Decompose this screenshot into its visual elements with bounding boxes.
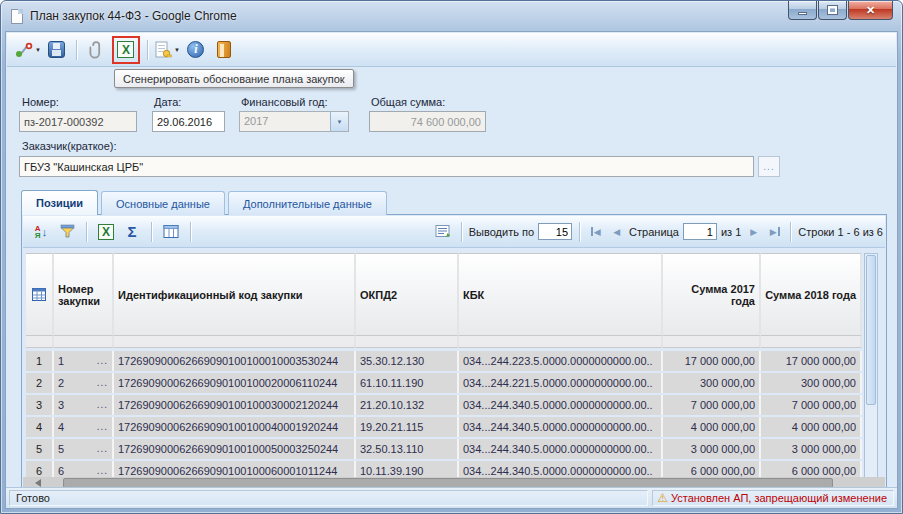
select-all-header[interactable] <box>26 253 54 336</box>
col-header-sum2018[interactable]: Сумма 2018 года <box>761 253 862 336</box>
export-excel-button[interactable]: X <box>96 221 116 243</box>
rows-info: Строки 1 - 6 из 6 <box>798 226 883 238</box>
toolbar-separator <box>151 222 152 242</box>
number-field[interactable] <box>19 111 137 132</box>
chevron-down-icon: ▼ <box>174 47 180 53</box>
workflow-button[interactable]: ▼ <box>15 37 41 63</box>
total-sum-field <box>369 111 486 132</box>
okpd2-cell: 32.50.13.110 <box>356 439 459 459</box>
paperclip-icon <box>88 41 104 59</box>
columns-settings-button[interactable] <box>161 221 181 243</box>
exit-button[interactable] <box>212 37 236 63</box>
page-input[interactable] <box>683 223 717 240</box>
document-key-icon <box>155 41 172 59</box>
close-button[interactable]: ✕ <box>848 1 893 20</box>
exit-door-icon <box>217 41 231 58</box>
customer-label: Заказчик(краткое): <box>22 140 117 152</box>
sign-document-button[interactable]: ▼ <box>155 37 180 63</box>
title-bar[interactable]: План закупок 44-ФЗ - Google Chrome ✕ <box>1 1 902 31</box>
table-row[interactable]: 2 2... 172690900062669090100100020006110… <box>26 373 862 393</box>
row-lookup-button[interactable]: ... <box>97 417 108 437</box>
scrollbar-thumb[interactable] <box>866 255 876 405</box>
customer-field[interactable] <box>19 156 754 177</box>
grid-header: Номер закупки Идентификационный код заку… <box>26 253 862 336</box>
sum2018-cell: 17 000 000,00 <box>761 351 862 371</box>
info-icon: i <box>187 41 204 58</box>
first-page-button[interactable]: ◀ <box>587 223 604 240</box>
refresh-list-button[interactable] <box>434 221 454 243</box>
col-header-okpd2[interactable]: ОКПД2 <box>356 253 459 336</box>
minimize-button[interactable] <box>788 1 817 20</box>
row-index: 5 <box>26 439 54 459</box>
kbk-cell: 034...244.340.5.0000.0000000000.00.. <box>459 417 663 437</box>
toolbar-separator <box>461 222 462 242</box>
date-label: Дата: <box>154 96 181 108</box>
prev-page-button[interactable]: ◀ <box>608 223 625 240</box>
col-header-sum2017[interactable]: Сумма 2017 года <box>663 253 761 336</box>
row-lookup-button[interactable]: ... <box>97 351 108 371</box>
okpd2-cell: 21.20.10.132 <box>356 395 459 415</box>
customer-lookup-button[interactable]: ... <box>758 156 780 177</box>
vertical-scrollbar[interactable] <box>864 253 878 481</box>
info-button[interactable]: i <box>184 37 208 63</box>
next-page-button[interactable]: ▶ <box>745 223 762 240</box>
table-row[interactable]: 4 4... 172690900062669090100100040001920… <box>26 417 862 437</box>
toolbar-separator <box>790 222 791 242</box>
row-lookup-button[interactable]: ... <box>97 439 108 459</box>
purchase-number: 5 <box>58 439 64 459</box>
sum-button[interactable]: Σ <box>122 221 142 243</box>
positions-panel: АЯ ↓ X Σ <box>21 214 887 491</box>
per-page-input[interactable] <box>538 223 572 240</box>
attach-button[interactable] <box>84 37 108 63</box>
tab-additional-data[interactable]: Дополнительные данные <box>228 191 387 215</box>
select-dropdown-button[interactable]: ▼ <box>330 112 348 131</box>
chevron-down-icon: ▼ <box>337 119 343 125</box>
table-icon <box>32 288 46 301</box>
last-page-button[interactable]: ▶ <box>766 223 783 240</box>
fiscal-year-select[interactable]: 2017 ▼ <box>239 111 349 132</box>
generate-justification-button[interactable]: X <box>116 40 136 60</box>
purchase-number: 2 <box>58 373 64 393</box>
close-icon: ✕ <box>866 4 875 17</box>
sum2017-cell: 300 000,00 <box>663 373 761 393</box>
row-lookup-button[interactable]: ... <box>97 395 108 415</box>
table-row[interactable]: 3 3... 172690900062669090100100030002120… <box>26 395 862 415</box>
purchase-number: 4 <box>58 417 64 437</box>
minimize-icon <box>798 12 807 15</box>
row-lookup-button[interactable]: ... <box>97 373 108 393</box>
nav-next-icon: ▶ <box>750 227 757 237</box>
tab-positions[interactable]: Позиции <box>21 190 98 215</box>
kbk-cell: 034...244.221.5.0000.0000000000.00.. <box>459 373 663 393</box>
sum2017-cell: 7 000 000,00 <box>663 395 761 415</box>
kbk-cell: 034...244.340.5.0000.0000000000.00.. <box>459 395 663 415</box>
sort-arrow-icon: ↓ <box>42 226 48 238</box>
workflow-icon <box>15 41 33 59</box>
sum2017-cell: 17 000 000,00 <box>663 351 761 371</box>
maximize-icon <box>828 6 837 14</box>
ikz-cell: 172690900062669090100100010003530244 <box>114 351 356 371</box>
okpd2-cell: 61.10.11.190 <box>356 373 459 393</box>
maximize-button[interactable] <box>818 1 847 20</box>
row-index: 3 <box>26 395 54 415</box>
page-of-label: из 1 <box>721 226 741 238</box>
purchase-number-cell: 1... <box>54 351 114 371</box>
sort-button[interactable]: АЯ ↓ <box>31 221 51 243</box>
scroll-left-arrow[interactable] <box>35 479 41 487</box>
date-field[interactable] <box>152 111 225 132</box>
nav-first-icon: ◀ <box>594 227 601 237</box>
filter-button[interactable] <box>57 221 77 243</box>
status-warning-text: Установлен АП, запрещающий изменение <box>671 492 887 504</box>
nav-prev-icon: ◀ <box>613 227 620 237</box>
table-row[interactable]: 1 1... 172690900062669090100100010003530… <box>26 351 862 371</box>
columns-icon <box>163 224 180 239</box>
refresh-list-icon <box>435 224 452 239</box>
col-header-ikz[interactable]: Идентификационный код закупки <box>114 253 356 336</box>
col-header-number[interactable]: Номер закупки <box>54 253 114 336</box>
table-row[interactable]: 5 5... 172690900062669090100100050003250… <box>26 439 862 459</box>
col-header-kbk[interactable]: КБК <box>459 253 663 336</box>
sum2018-cell: 4 000 000,00 <box>761 417 862 437</box>
row-index: 4 <box>26 417 54 437</box>
save-button[interactable] <box>45 37 69 63</box>
nav-last-icon: ▶ <box>770 227 777 237</box>
tab-main-data[interactable]: Основные данные <box>101 191 225 215</box>
